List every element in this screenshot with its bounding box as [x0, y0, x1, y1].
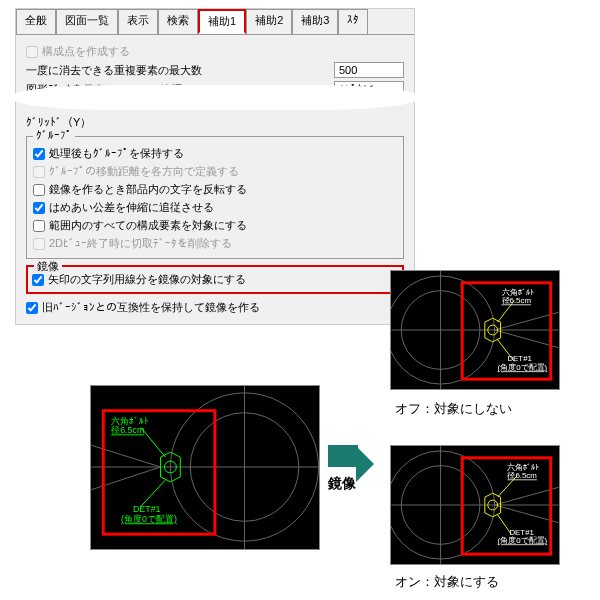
svg-text:六角ﾎﾞﾙﾄ: 六角ﾎﾞﾙﾄ: [502, 288, 534, 297]
chk-compat[interactable]: [26, 302, 38, 314]
lbl-fit: はめあい公差を伸縮に追従させる: [49, 200, 214, 215]
lbl-mirror-arrow: 矢印の文字列用線分を鏡像の対象にする: [48, 272, 246, 287]
torn-edge: [10, 85, 420, 110]
tab-content: 構成点を作成する 一度に消去できる重複要素の最大数500 図形ﾃﾞｰﾀを保存する…: [16, 35, 414, 324]
chk-cut2d: [33, 238, 45, 250]
chk-compose: [26, 46, 38, 58]
caption-on: オン：対象にする: [395, 573, 499, 591]
svg-line-9: [141, 427, 166, 457]
input-maxdup[interactable]: 500: [334, 62, 404, 78]
tab-display[interactable]: 表示: [118, 9, 158, 34]
tab-aux1[interactable]: 補助1: [198, 9, 246, 34]
svg-line-5: [91, 467, 160, 490]
lbl-cut2d: 2Dﾋﾞｭｰ終了時に切取ﾃﾞｰﾀを削除する: [49, 236, 232, 251]
tab-search[interactable]: 検索: [158, 9, 198, 34]
svg-text:(角度0で配置): (角度0で配置): [121, 514, 177, 524]
tab-bar: 全般 図面一覧 表示 検索 補助1 補助2 補助3 ｽﾀ: [16, 9, 414, 35]
chk-move: [33, 166, 45, 178]
svg-text:DET#1: DET#1: [509, 528, 533, 537]
lbl-mirrortext: 鏡像を作るとき部品内の文字を反転する: [49, 182, 247, 197]
chk-mirrortext[interactable]: [33, 184, 45, 196]
svg-text:六角ﾎﾞﾙﾄ: 六角ﾎﾞﾙﾄ: [507, 463, 539, 472]
svg-line-19: [495, 312, 559, 330]
mirror-box: 鏡像 矢印の文字列用線分を鏡像の対象にする: [26, 265, 404, 294]
svg-text:六角ﾎﾞﾙﾄ: 六角ﾎﾞﾙﾄ: [111, 416, 149, 426]
tab-aux2[interactable]: 補助2: [246, 9, 292, 34]
mirror-title: 鏡像: [34, 259, 62, 274]
tab-style[interactable]: ｽﾀ: [338, 9, 368, 34]
chk-mirror-arrow[interactable]: [32, 274, 44, 286]
svg-text:径6.5cm: 径6.5cm: [502, 296, 532, 305]
chk-range[interactable]: [33, 220, 45, 232]
tab-general[interactable]: 全般: [16, 9, 56, 34]
tab-aux3[interactable]: 補助3: [292, 9, 338, 34]
lbl-compose: 構成点を作成する: [42, 44, 130, 59]
svg-line-4: [91, 445, 160, 467]
svg-line-10: [141, 480, 166, 507]
lbl-range: 範囲内のすべての構成要素を対象にする: [49, 218, 247, 233]
lbl-compat: 旧ﾊﾞｰｼﾞｮﾝとの互換性を保持して鏡像を作る: [42, 300, 260, 315]
lbl-keep: 処理後もｸﾞﾙｰﾌﾟを保持する: [49, 146, 184, 161]
caption-off: オフ：対象にしない: [395, 400, 512, 418]
svg-text:(角度0で配置): (角度0で配置): [498, 363, 548, 372]
svg-text:径6.5cm: 径6.5cm: [111, 425, 144, 435]
chk-fit[interactable]: [33, 202, 45, 214]
chk-keep[interactable]: [33, 148, 45, 160]
lbl-maxdup: 一度に消去できる重複要素の最大数: [26, 63, 330, 78]
cad-preview-off: 六角ﾎﾞﾙﾄ 径6.5cm DET#1 (角度0で配置): [390, 270, 560, 390]
tab-drawings[interactable]: 図面一覧: [56, 9, 118, 34]
svg-line-35: [495, 505, 559, 523]
svg-text:(角度0で配置): (角度0で配置): [498, 536, 548, 545]
svg-text:DET#1: DET#1: [507, 354, 531, 363]
svg-line-20: [495, 330, 559, 348]
cad-preview-source: 六角ﾎﾞﾙﾄ 径6.5cm DET#1 (角度0で配置): [90, 385, 320, 550]
lbl-grid: ｸﾞﾘｯﾄﾞ（Y）: [26, 115, 91, 130]
lbl-move: ｸﾞﾙｰﾌﾟの移動距離を各方向で定義する: [49, 164, 239, 179]
cad-preview-on: 六角ﾎﾞﾙﾄ 径6.5cm DET#1 (角度0で配置): [390, 445, 560, 565]
group-title: ｸﾞﾙｰﾌﾟ: [33, 129, 75, 141]
group-box: ｸﾞﾙｰﾌﾟ 処理後もｸﾞﾙｰﾌﾟを保持する ｸﾞﾙｰﾌﾟの移動距離を各方向で定…: [26, 136, 404, 259]
arrow-label: 鏡像: [328, 475, 356, 493]
svg-text:径6.5cm: 径6.5cm: [507, 471, 537, 480]
settings-dialog: 全般 図面一覧 表示 検索 補助1 補助2 補助3 ｽﾀ 構成点を作成する 一度…: [15, 8, 415, 325]
svg-text:DET#1: DET#1: [133, 504, 161, 514]
